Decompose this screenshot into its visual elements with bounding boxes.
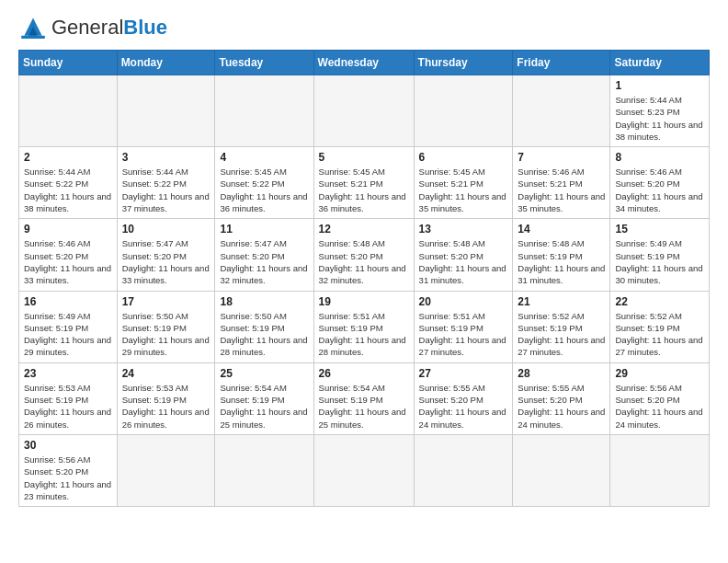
day-number: 6 — [419, 151, 508, 164]
day-number: 26 — [319, 367, 409, 380]
day-info: Sunrise: 5:45 AMSunset: 5:22 PMDaylight:… — [220, 166, 308, 214]
table-cell: 14Sunrise: 5:48 AMSunset: 5:19 PMDayligh… — [513, 219, 610, 291]
table-cell: 25Sunrise: 5:54 AMSunset: 5:19 PMDayligh… — [215, 362, 313, 434]
table-cell — [313, 75, 414, 147]
day-number: 19 — [319, 295, 409, 308]
day-info: Sunrise: 5:44 AMSunset: 5:23 PMDaylight:… — [615, 94, 704, 143]
table-cell: 30Sunrise: 5:56 AMSunset: 5:20 PMDayligh… — [19, 434, 118, 506]
table-cell — [215, 75, 313, 147]
table-cell: 12Sunrise: 5:48 AMSunset: 5:20 PMDayligh… — [313, 219, 414, 291]
header-saturday: Saturday — [610, 51, 710, 75]
day-info: Sunrise: 5:46 AMSunset: 5:21 PMDaylight:… — [518, 166, 605, 214]
day-number: 11 — [220, 223, 308, 236]
table-cell: 29Sunrise: 5:56 AMSunset: 5:20 PMDayligh… — [610, 362, 710, 434]
day-info: Sunrise: 5:46 AMSunset: 5:20 PMDaylight:… — [24, 237, 112, 286]
table-cell — [513, 434, 610, 506]
day-info: Sunrise: 5:45 AMSunset: 5:21 PMDaylight:… — [319, 166, 409, 214]
header-thursday: Thursday — [414, 51, 513, 75]
table-cell — [215, 434, 313, 506]
table-cell: 22Sunrise: 5:52 AMSunset: 5:19 PMDayligh… — [610, 291, 710, 362]
day-number: 24 — [122, 367, 210, 380]
day-info: Sunrise: 5:54 AMSunset: 5:19 PMDaylight:… — [220, 382, 308, 431]
day-info: Sunrise: 5:55 AMSunset: 5:20 PMDaylight:… — [419, 382, 508, 431]
day-info: Sunrise: 5:45 AMSunset: 5:21 PMDaylight:… — [419, 166, 508, 214]
table-cell: 3Sunrise: 5:44 AMSunset: 5:22 PMDaylight… — [117, 147, 215, 219]
calendar-row: 2Sunrise: 5:44 AMSunset: 5:22 PMDaylight… — [19, 147, 710, 219]
header-tuesday: Tuesday — [215, 51, 313, 75]
table-cell: 13Sunrise: 5:48 AMSunset: 5:20 PMDayligh… — [414, 219, 513, 291]
day-info: Sunrise: 5:52 AMSunset: 5:19 PMDaylight:… — [615, 310, 704, 359]
table-cell: 28Sunrise: 5:55 AMSunset: 5:20 PMDayligh… — [513, 362, 610, 434]
table-cell: 24Sunrise: 5:53 AMSunset: 5:19 PMDayligh… — [117, 362, 215, 434]
header-monday: Monday — [117, 51, 215, 75]
day-info: Sunrise: 5:53 AMSunset: 5:19 PMDaylight:… — [24, 382, 112, 431]
day-info: Sunrise: 5:56 AMSunset: 5:20 PMDaylight:… — [615, 382, 704, 431]
calendar-row: 9Sunrise: 5:46 AMSunset: 5:20 PMDaylight… — [19, 219, 710, 291]
day-info: Sunrise: 5:51 AMSunset: 5:19 PMDaylight:… — [319, 310, 409, 359]
table-cell — [414, 75, 513, 147]
calendar-table: Sunday Monday Tuesday Wednesday Thursday… — [18, 50, 710, 507]
table-cell: 7Sunrise: 5:46 AMSunset: 5:21 PMDaylight… — [513, 147, 610, 219]
table-cell: 2Sunrise: 5:44 AMSunset: 5:22 PMDaylight… — [19, 147, 118, 219]
day-number: 3 — [122, 151, 210, 164]
day-number: 12 — [319, 223, 409, 236]
day-info: Sunrise: 5:52 AMSunset: 5:19 PMDaylight:… — [518, 310, 605, 359]
day-info: Sunrise: 5:47 AMSunset: 5:20 PMDaylight:… — [122, 237, 210, 286]
header-wednesday: Wednesday — [313, 51, 414, 75]
generalblue-icon — [18, 15, 48, 40]
day-number: 14 — [518, 223, 605, 236]
day-number: 16 — [24, 295, 112, 308]
day-number: 22 — [615, 295, 704, 308]
table-cell: 15Sunrise: 5:49 AMSunset: 5:19 PMDayligh… — [610, 219, 710, 291]
day-number: 4 — [220, 151, 308, 164]
calendar-row: 1Sunrise: 5:44 AMSunset: 5:23 PMDaylight… — [19, 75, 710, 147]
weekday-header-row: Sunday Monday Tuesday Wednesday Thursday… — [19, 51, 710, 75]
table-cell: 4Sunrise: 5:45 AMSunset: 5:22 PMDaylight… — [215, 147, 313, 219]
day-info: Sunrise: 5:50 AMSunset: 5:19 PMDaylight:… — [122, 310, 210, 359]
svg-rect-2 — [21, 36, 45, 39]
header-sunday: Sunday — [19, 51, 118, 75]
table-cell: 8Sunrise: 5:46 AMSunset: 5:20 PMDaylight… — [610, 147, 710, 219]
day-number: 7 — [518, 151, 605, 164]
table-cell: 1Sunrise: 5:44 AMSunset: 5:23 PMDaylight… — [610, 75, 710, 147]
day-info: Sunrise: 5:50 AMSunset: 5:19 PMDaylight:… — [220, 310, 308, 359]
day-number: 17 — [122, 295, 210, 308]
table-cell: 23Sunrise: 5:53 AMSunset: 5:19 PMDayligh… — [19, 362, 118, 434]
day-number: 15 — [615, 223, 704, 236]
day-info: Sunrise: 5:56 AMSunset: 5:20 PMDaylight:… — [24, 454, 112, 502]
page: GeneralBlue Sunday Monday Tuesday Wednes… — [0, 0, 728, 522]
day-number: 20 — [419, 295, 508, 308]
day-number: 1 — [615, 79, 704, 92]
table-cell: 26Sunrise: 5:54 AMSunset: 5:19 PMDayligh… — [313, 362, 414, 434]
table-cell: 27Sunrise: 5:55 AMSunset: 5:20 PMDayligh… — [414, 362, 513, 434]
day-info: Sunrise: 5:44 AMSunset: 5:22 PMDaylight:… — [122, 166, 210, 214]
day-info: Sunrise: 5:47 AMSunset: 5:20 PMDaylight:… — [220, 237, 308, 286]
day-number: 25 — [220, 367, 308, 380]
table-cell: 5Sunrise: 5:45 AMSunset: 5:21 PMDaylight… — [313, 147, 414, 219]
day-info: Sunrise: 5:46 AMSunset: 5:20 PMDaylight:… — [615, 166, 704, 214]
day-info: Sunrise: 5:49 AMSunset: 5:19 PMDaylight:… — [615, 237, 704, 286]
table-cell: 6Sunrise: 5:45 AMSunset: 5:21 PMDaylight… — [414, 147, 513, 219]
day-number: 8 — [615, 151, 704, 164]
day-number: 30 — [24, 439, 112, 452]
table-cell: 20Sunrise: 5:51 AMSunset: 5:19 PMDayligh… — [414, 291, 513, 362]
calendar-row: 30Sunrise: 5:56 AMSunset: 5:20 PMDayligh… — [19, 434, 710, 506]
day-info: Sunrise: 5:53 AMSunset: 5:19 PMDaylight:… — [122, 382, 210, 431]
table-cell — [117, 75, 215, 147]
table-cell: 9Sunrise: 5:46 AMSunset: 5:20 PMDaylight… — [19, 219, 118, 291]
day-number: 10 — [122, 223, 210, 236]
day-number: 29 — [615, 367, 704, 380]
day-info: Sunrise: 5:54 AMSunset: 5:19 PMDaylight:… — [319, 382, 409, 431]
day-number: 5 — [319, 151, 409, 164]
day-info: Sunrise: 5:55 AMSunset: 5:20 PMDaylight:… — [518, 382, 605, 431]
day-info: Sunrise: 5:51 AMSunset: 5:19 PMDaylight:… — [419, 310, 508, 359]
table-cell — [313, 434, 414, 506]
day-info: Sunrise: 5:49 AMSunset: 5:19 PMDaylight:… — [24, 310, 112, 359]
table-cell: 21Sunrise: 5:52 AMSunset: 5:19 PMDayligh… — [513, 291, 610, 362]
table-cell — [117, 434, 215, 506]
day-info: Sunrise: 5:48 AMSunset: 5:20 PMDaylight:… — [419, 237, 508, 286]
day-number: 9 — [24, 223, 112, 236]
table-cell — [610, 434, 710, 506]
logo: GeneralBlue — [18, 15, 167, 40]
table-cell — [513, 75, 610, 147]
